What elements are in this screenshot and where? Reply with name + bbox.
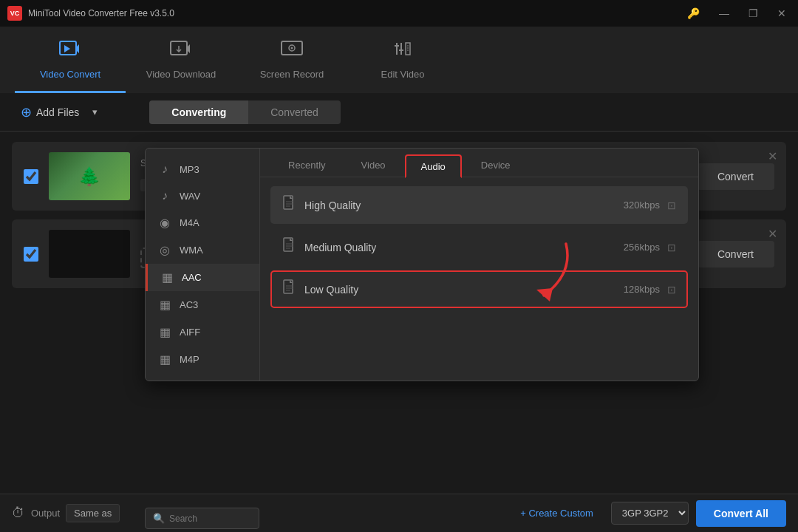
high-quality-file-icon: [282, 195, 297, 215]
format-option-low-quality[interactable]: Low Quality 128kbps ⊡: [270, 270, 688, 308]
nav-screen-record-label: Screen Record: [260, 69, 324, 80]
search-input-container[interactable]: 🔍: [145, 508, 259, 529]
nav-screen-record[interactable]: Screen Record: [236, 27, 347, 93]
format-sidebar-aiff[interactable]: ▦ AIFF: [146, 318, 259, 346]
format-sidebar-m4a[interactable]: ◉ M4A: [146, 209, 259, 236]
low-quality-label: Low Quality: [304, 284, 616, 296]
low-quality-file-icon: [282, 279, 297, 299]
close-card-button-2[interactable]: ✕: [768, 227, 777, 241]
tab-converting[interactable]: Converting: [149, 100, 248, 124]
video-convert-icon: [58, 38, 82, 64]
convert-button-1[interactable]: Convert: [697, 163, 774, 190]
format-sidebar-m4p[interactable]: ▦ M4P: [146, 346, 259, 373]
high-quality-label: High Quality: [304, 200, 616, 211]
format-tab-recently[interactable]: Recently: [272, 154, 342, 177]
m4p-icon: ▦: [157, 352, 172, 366]
toolbar: ⊕ Add Files ▾ Converting Converted: [0, 93, 798, 132]
format-main: Recently Video Audio Device High Quality…: [260, 149, 698, 381]
format-sidebar-m4p-label: M4P: [180, 354, 200, 365]
title-bar: VC MiniTool Video Converter Free v3.5.0 …: [0, 0, 798, 27]
add-files-label: Add Files: [36, 106, 79, 118]
low-quality-edit-icon[interactable]: ⊡: [667, 284, 676, 296]
format-sidebar-ac3-label: AC3: [180, 299, 198, 310]
medium-quality-bitrate: 256kbps: [624, 242, 660, 253]
medium-quality-file-icon: [282, 237, 297, 257]
nav-video-convert[interactable]: Video Convert: [15, 27, 126, 93]
format-tab-video[interactable]: Video: [345, 154, 402, 177]
format-sidebar-m4a-label: M4A: [180, 217, 200, 228]
add-files-button[interactable]: ⊕ Add Files: [15, 100, 85, 125]
format-overlay: ♪ MP3 ♪ WAV ◉ M4A ◎ WMA ▦ AAC ▦ AC3 ▦ AI…: [145, 148, 699, 381]
video-1-checkbox[interactable]: [24, 169, 38, 184]
format-sidebar-wma[interactable]: ◎ WMA: [146, 236, 259, 264]
minimize-button[interactable]: —: [715, 6, 734, 21]
bottom-bar: ⏱ Output Same as 🔍 + Create Custom 3GP 3…: [0, 494, 798, 532]
convert-all-button[interactable]: Convert All: [696, 500, 786, 527]
nav-edit-video[interactable]: Edit Video: [347, 27, 458, 93]
format-option-medium-quality[interactable]: Medium Quality 256kbps ⊡: [270, 228, 688, 266]
format-sidebar-wma-label: WMA: [180, 245, 203, 256]
format-option-high-quality[interactable]: High Quality 320kbps ⊡: [270, 186, 688, 224]
nav-video-download[interactable]: Video Download: [126, 27, 236, 93]
ac3-icon: ▦: [157, 298, 172, 312]
format-sidebar: ♪ MP3 ♪ WAV ◉ M4A ◎ WMA ▦ AAC ▦ AC3 ▦ AI…: [146, 149, 260, 381]
mp3-icon: ♪: [157, 163, 172, 176]
format-sidebar-aiff-label: AIFF: [180, 327, 200, 338]
close-button[interactable]: ✕: [773, 6, 791, 21]
format-sidebar-aac[interactable]: ▦ AAC: [146, 264, 259, 291]
medium-quality-label: Medium Quality: [304, 242, 616, 253]
title-controls: 🔑 — ❐ ✕: [683, 6, 791, 21]
output-path[interactable]: Same as: [66, 504, 120, 522]
high-quality-bitrate: 320kbps: [624, 200, 660, 211]
tab-converted[interactable]: Converted: [248, 100, 341, 124]
create-custom-button[interactable]: + Create Custom: [510, 503, 604, 523]
add-files-dropdown-arrow[interactable]: ▾: [92, 106, 98, 117]
screen-record-icon: [280, 38, 304, 64]
convert-button-2[interactable]: Convert: [697, 241, 774, 267]
video-download-icon: [169, 38, 193, 64]
format-tabs: Recently Video Audio Device: [260, 149, 698, 177]
aiff-icon: ▦: [157, 325, 172, 339]
format-tab-device[interactable]: Device: [465, 154, 527, 177]
title-left: VC MiniTool Video Converter Free v3.5.0: [7, 6, 174, 21]
close-card-button-1[interactable]: ✕: [768, 149, 777, 163]
nav-edit-video-label: Edit Video: [381, 69, 424, 80]
format-sidebar-mp3[interactable]: ♪ MP3: [146, 156, 259, 183]
key-button[interactable]: 🔑: [683, 6, 704, 21]
video-2-checkbox[interactable]: [24, 247, 38, 262]
app-title: MiniTool Video Converter Free v3.5.0: [28, 8, 174, 18]
search-icon: 🔍: [153, 513, 165, 524]
search-input[interactable]: [169, 514, 251, 524]
svg-point-4: [291, 47, 293, 49]
add-icon: ⊕: [21, 104, 32, 120]
video-1-thumbnail: 🌲: [49, 152, 130, 200]
format-tab-audio[interactable]: Audio: [405, 154, 462, 178]
low-quality-bitrate: 128kbps: [624, 284, 660, 295]
nav-video-download-label: Video Download: [146, 69, 216, 80]
medium-quality-edit-icon[interactable]: ⊡: [667, 242, 676, 253]
format-sidebar-ac3[interactable]: ▦ AC3: [146, 291, 259, 318]
wav-icon: ♪: [157, 189, 172, 202]
output-label: Output: [31, 508, 60, 519]
restore-button[interactable]: ❐: [744, 6, 763, 21]
wma-icon: ◎: [157, 243, 172, 257]
app-logo: VC: [7, 6, 22, 21]
format-list: High Quality 320kbps ⊡ Medium Quality 25…: [260, 177, 698, 317]
m4a-icon: ◉: [157, 216, 172, 230]
high-quality-edit-icon[interactable]: ⊡: [667, 200, 676, 211]
edit-video-icon: [391, 38, 415, 64]
format-select-area: 3GP 3GP2: [611, 502, 689, 525]
nav-bar: Video Convert Video Download Screen Reco…: [0, 27, 798, 93]
format-sidebar-aac-label: AAC: [182, 272, 202, 283]
aac-icon: ▦: [160, 270, 174, 284]
format-select[interactable]: 3GP 3GP2: [611, 502, 689, 525]
format-sidebar-wav-label: WAV: [180, 191, 200, 202]
tabs-container: Converting Converted: [149, 100, 340, 124]
format-sidebar-wav[interactable]: ♪ WAV: [146, 183, 259, 209]
clock-icon: ⏱: [12, 505, 25, 521]
video-2-thumbnail: [49, 230, 130, 278]
nav-video-convert-label: Video Convert: [40, 69, 100, 80]
format-sidebar-mp3-label: MP3: [180, 164, 200, 175]
